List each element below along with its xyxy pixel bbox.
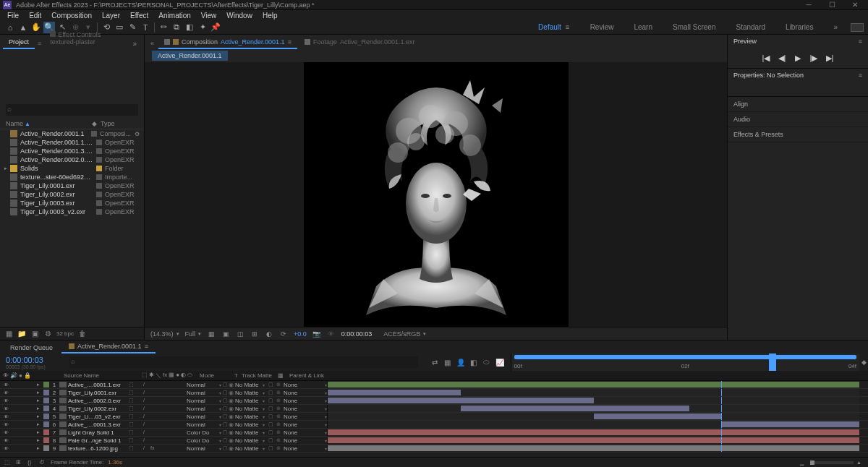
composition-timeline-tab[interactable]: Active_Render.0001.1 ≡ — [61, 340, 156, 354]
timeline-layer[interactable]: 👁▸8Pale Gr...nge Solid 1⬚/Color Do▾▢◉No … — [0, 437, 868, 445]
preserve-transparency[interactable]: ▢ — [221, 390, 229, 395]
layer-switch-6[interactable] — [172, 429, 178, 435]
solo-switch[interactable] — [17, 437, 23, 443]
solo-switch[interactable] — [17, 414, 23, 419]
track-matte-dropdown[interactable]: ◉No Matte▾ — [229, 437, 265, 444]
layer-switch-2[interactable]: / — [143, 437, 149, 443]
parent-dropdown[interactable]: ⊚None▾ — [276, 406, 327, 412]
layer-bar[interactable] — [461, 406, 689, 411]
layer-switch-0[interactable]: ⬚ — [129, 390, 135, 395]
lock-switch-header[interactable]: 🔒 — [24, 372, 31, 379]
lock-switch[interactable] — [25, 421, 30, 427]
timeline-layer[interactable]: 👁▸2Tiger_Lily.0001.exr⬚/Normal▾▢◉No Matt… — [0, 389, 868, 397]
preserve-transparency[interactable]: ▢ — [221, 414, 229, 419]
layer-switch-0[interactable]: ⬚ — [129, 406, 135, 411]
play-button[interactable]: ▶ — [793, 53, 803, 63]
twirl-arrow[interactable]: ▸ — [35, 390, 42, 395]
layer-switch-7[interactable] — [179, 437, 185, 443]
layer-switch-4[interactable] — [158, 390, 163, 395]
layer-bar[interactable] — [328, 390, 461, 395]
lock-switch[interactable] — [25, 398, 30, 403]
timeline-layer[interactable]: 👁▸5Tiger_Li....03_v2.exr⬚/Normal▾▢◉No Ma… — [0, 413, 868, 421]
twirl-arrow[interactable]: ▸ — [35, 406, 42, 411]
layer-switch-0[interactable]: ⬚ — [129, 445, 135, 451]
layer-track[interactable] — [327, 381, 859, 388]
timeline-ruler[interactable]: 00f 02f 04f — [511, 354, 860, 371]
preserve-transparency[interactable]: ▢ — [221, 382, 229, 387]
layer-switch-4[interactable] — [158, 406, 163, 411]
video-switch[interactable]: 👁 — [3, 382, 9, 387]
blend-mode-dropdown[interactable]: Normal▾ — [187, 414, 221, 420]
layer-switch-2[interactable]: / — [143, 382, 149, 387]
parent-dropdown[interactable]: ⊚None▾ — [276, 421, 327, 428]
layer-track[interactable] — [327, 421, 859, 428]
matte-toggle[interactable]: ▢ — [265, 398, 276, 403]
roto-tool[interactable]: ✦ — [197, 22, 208, 33]
layer-label-color[interactable] — [43, 437, 49, 443]
blend-mode-dropdown[interactable]: Normal▾ — [187, 390, 221, 396]
lock-switch[interactable] — [25, 406, 30, 411]
video-switch[interactable]: 👁 — [3, 445, 9, 451]
blend-mode-dropdown[interactable]: Normal▾ — [187, 445, 221, 452]
layer-name[interactable]: Light Gray Solid 1 — [68, 429, 129, 436]
layer-switch-4[interactable] — [158, 445, 163, 451]
audio-switch[interactable] — [10, 390, 16, 395]
twirl-arrow[interactable]: ▸ — [35, 398, 42, 403]
zoom-in-icon[interactable]: ▲ — [856, 460, 864, 465]
resolution-dropdown[interactable]: Full▾ — [185, 330, 202, 338]
delete-icon[interactable]: 🗑 — [78, 330, 87, 338]
playhead[interactable] — [769, 354, 776, 371]
project-item[interactable]: texture...ster-60ed6926acbb6-1200.jpgImp… — [0, 173, 144, 181]
menu-layer[interactable]: Layer — [98, 11, 124, 20]
workspace-small-screen[interactable]: Small Screen — [665, 22, 723, 33]
effects-presets-panel-header[interactable]: Effects & Presets — [728, 127, 868, 142]
parent-dropdown[interactable]: ⊚None▾ — [276, 437, 327, 444]
layer-track[interactable] — [327, 389, 859, 396]
audio-switch[interactable] — [10, 382, 16, 387]
layer-name[interactable]: Tiger_Lily.0001.exr — [68, 390, 129, 396]
layer-bar[interactable] — [721, 421, 859, 427]
layer-switch-3[interactable] — [150, 390, 156, 395]
twirl-arrow[interactable]: ▸ — [35, 414, 42, 419]
layer-switch-3[interactable] — [150, 398, 156, 403]
project-item[interactable]: Tiger_Lily.0001.exrOpenEXR — [0, 181, 144, 190]
layer-switch-0[interactable]: ⬚ — [129, 398, 135, 403]
preserve-transparency[interactable]: ▢ — [221, 437, 229, 443]
menu-window[interactable]: Window — [222, 11, 257, 20]
toggle-modes-icon[interactable]: ⊞ — [16, 459, 23, 466]
video-switch[interactable]: 👁 — [3, 421, 9, 427]
label-color[interactable] — [96, 157, 102, 163]
layer-switch-5[interactable] — [165, 414, 171, 419]
column-name[interactable]: Name▲ — [6, 120, 92, 127]
project-tab[interactable]: Project — [3, 36, 35, 49]
menu-file[interactable]: File — [3, 11, 23, 20]
twirl-arrow[interactable]: ▸ — [35, 445, 42, 451]
layer-switch-7[interactable] — [179, 414, 185, 419]
workspace-review[interactable]: Review — [583, 22, 621, 33]
layer-track[interactable] — [327, 405, 859, 412]
show-snapshot-icon[interactable]: 👁 — [327, 330, 336, 338]
column-label[interactable]: ◆ — [92, 120, 101, 127]
track-matte-dropdown[interactable]: ◉No Matte▾ — [229, 414, 265, 420]
toggle-in-out-icon[interactable]: {} — [27, 459, 35, 466]
viewer-canvas[interactable] — [145, 62, 727, 327]
comp-marker-icon[interactable]: ◆ — [861, 359, 867, 366]
layer-switch-1[interactable] — [136, 390, 142, 395]
project-item[interactable]: Tiger_Lily.0003_v2.exrOpenEXR — [0, 207, 144, 216]
timeline-layer[interactable]: 👁▸9texture...6-1200.jpg⬚/fxNormal▾▢◉No M… — [0, 445, 868, 453]
panel-overflow[interactable]: » — [128, 38, 141, 49]
next-frame-button[interactable]: |▶ — [809, 53, 819, 63]
layer-name[interactable]: Tiger_Li....03_v2.exr — [68, 414, 129, 420]
reset-exposure-icon[interactable]: ⟳ — [279, 330, 288, 338]
layer-switch-5[interactable] — [165, 429, 171, 435]
zoom-dropdown[interactable]: (14.3%)▾ — [150, 330, 179, 338]
matte-toggle[interactable]: ▢ — [265, 445, 276, 451]
matte-toggle[interactable]: ▢ — [265, 429, 276, 435]
layer-switch-5[interactable] — [165, 382, 171, 387]
timeline-search-input[interactable] — [69, 356, 418, 368]
menu-view[interactable]: View — [197, 11, 221, 20]
project-settings-icon[interactable]: ⚙ — [43, 330, 52, 338]
layer-track[interactable] — [327, 445, 859, 452]
audio-switch[interactable] — [10, 437, 16, 443]
parent-dropdown[interactable]: ⊚None▾ — [276, 398, 327, 404]
